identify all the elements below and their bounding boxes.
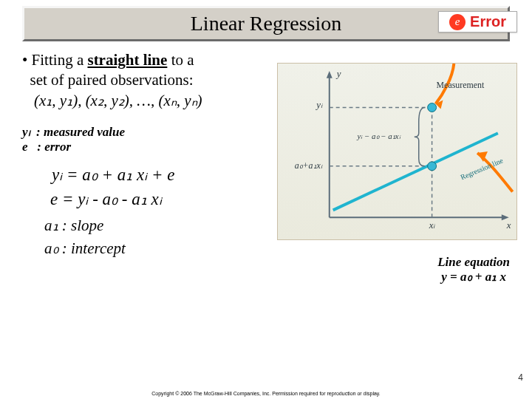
error-badge: e Error <box>438 11 517 33</box>
svg-marker-1 <box>327 71 332 78</box>
equation-error-text: e = yᵢ - a₀ - a₁ xᵢ <box>50 190 162 208</box>
fig-xlab-xi: xᵢ <box>429 220 436 231</box>
slope-text: a₁ : slope <box>44 216 103 234</box>
intercept-text: a₀ : intercept <box>44 239 126 257</box>
error-circle-icon: e <box>449 14 466 30</box>
copyright-text: Copyright © 2006 The McGraw-Hill Compani… <box>0 391 532 396</box>
fig-axis-y: y <box>335 69 341 79</box>
equation-model-text: yᵢ = a₀ + a₁ xᵢ + e <box>52 166 174 184</box>
fig-measurement-label: Measurement <box>437 80 485 90</box>
observations-line: (x₁, y₁), (x₂, y₂), …, (xₙ, yₙ) <box>34 92 202 109</box>
bullet-l1b: straight line <box>87 51 167 69</box>
bullet-l1a: Fitting a <box>32 51 88 69</box>
svg-point-8 <box>428 162 437 171</box>
fig-ylab-fit: a₀+a₁xᵢ <box>295 160 323 171</box>
slide-number: 4 <box>518 372 523 383</box>
fig-axis-x: x <box>506 220 511 231</box>
def-yi: yᵢ : measured value <box>22 125 125 139</box>
fig-ylab-yi: yᵢ <box>315 100 323 110</box>
line-eq-l2: y = a₀ + a₁ x <box>437 270 510 284</box>
error-label: Error <box>470 13 506 30</box>
title-bar: Linear Regression <box>22 6 510 41</box>
svg-point-9 <box>428 103 437 112</box>
bullet-l1c: to a <box>167 51 194 69</box>
fig-resid: yᵢ − a₀ − a₁xᵢ <box>356 132 400 140</box>
fig-regline-label: Regression line <box>460 156 505 181</box>
line-eq-l1: Line equation <box>437 255 510 270</box>
svg-marker-3 <box>502 214 509 220</box>
page-title: Linear Regression <box>191 12 342 35</box>
bullet-block: • Fitting a straight line to a set of pa… <box>22 50 266 111</box>
def-e: e : error <box>22 140 71 154</box>
error-sym: e <box>455 16 460 28</box>
bullet-l2: set of paired observations: <box>30 71 194 89</box>
line-equation-note: Line equation y = a₀ + a₁ x <box>437 255 510 285</box>
regression-figure: yᵢ a₀+a₁xᵢ yᵢ − a₀ − a₁xᵢ Measurement Re… <box>277 63 517 240</box>
